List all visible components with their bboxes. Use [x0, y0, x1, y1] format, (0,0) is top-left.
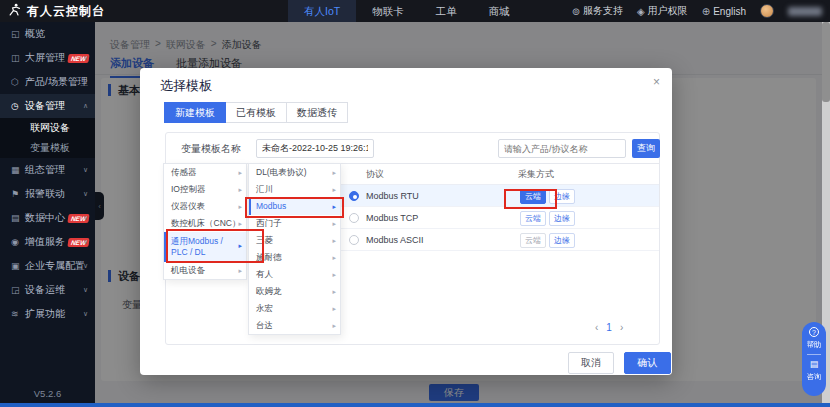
top-nav: 有人IoT 物联卡 工单 商城	[288, 0, 526, 22]
language-switch[interactable]: ⊕ English	[702, 6, 746, 17]
arrow-right-icon: ▸	[332, 181, 336, 198]
nav-item-workorder[interactable]: 工单	[420, 0, 473, 22]
menu-item-usr[interactable]: 有人▸	[249, 266, 340, 283]
table-row-modbus-tcp[interactable]: Modbus TCP 云端 边缘	[340, 207, 659, 229]
protocol-label: Modbus TCP	[366, 207, 418, 229]
sidebar-item-overview[interactable]: ◱ 概览	[0, 22, 95, 46]
edge-mode-button[interactable]: 边缘	[549, 189, 575, 204]
arrow-right-icon: ▸	[238, 240, 242, 251]
radio-icon[interactable]	[349, 235, 359, 245]
nav-item-sim[interactable]: 物联卡	[356, 0, 420, 22]
chevron-down-icon: ∨	[83, 166, 88, 174]
table-row-modbus-ascii[interactable]: Modbus ASCII 云端 边缘	[340, 229, 659, 251]
app-title: 有人云控制台	[27, 3, 105, 20]
menu-item-omron[interactable]: 欧姆龙▸	[249, 283, 340, 300]
sidebar-item-screen-mgmt[interactable]: ◫ 大屏管理 NEW ∨	[0, 46, 95, 70]
doc-icon[interactable]: ▤	[810, 359, 819, 369]
menu-item-label: 有人	[256, 269, 273, 279]
scrollbar-thumb[interactable]	[822, 22, 830, 102]
search-input[interactable]	[498, 139, 626, 158]
edge-mode-button[interactable]: 边缘	[549, 233, 575, 248]
menu-item-fatek[interactable]: 永宏▸	[249, 300, 340, 317]
menu-item-generic-modbus-plc-dl[interactable]: 通用Modbus / PLC / DL▸	[164, 232, 246, 262]
menu-item-modbus[interactable]: Modbus▸	[249, 198, 340, 215]
nav-item-mall[interactable]: 商城	[473, 0, 526, 22]
query-button[interactable]: 查询	[632, 139, 660, 158]
sidebar-item-label: 数据中心	[25, 211, 65, 225]
pagination-next-icon[interactable]: ›	[620, 322, 623, 333]
app-window: 有人云控制台 有人IoT 物联卡 工单 商城 ⊚ 服务支持 ◈ 用户权限 ⊕ E…	[0, 0, 830, 407]
datacenter-icon: ▤	[11, 213, 25, 223]
menu-item-siemens[interactable]: 西门子▸	[249, 215, 340, 232]
radio-selected-icon[interactable]	[349, 191, 359, 201]
cancel-button[interactable]: 取消	[568, 352, 614, 374]
menu-item-sensor[interactable]: 传感器▸	[164, 164, 246, 181]
arrow-right-icon: ▸	[238, 262, 242, 279]
sidebar-item-scada-mgmt[interactable]: ▦ 组态管理 ∨	[0, 158, 95, 182]
menu-item-cnc[interactable]: 数控机床（CNC）▸	[164, 215, 246, 232]
tab-data-passthrough[interactable]: 数据透传	[286, 102, 348, 123]
tab-existing-template[interactable]: 已有模板	[225, 102, 287, 123]
menu-item-schneider[interactable]: 施耐德▸	[249, 249, 340, 266]
widget-divider	[807, 354, 821, 355]
template-name-row: 变量模板名称 查询	[166, 133, 659, 164]
arrow-right-icon: ▸	[332, 164, 336, 181]
sidebar-item-product-mgmt[interactable]: ⬡ 产品/场景管理 ∨	[0, 70, 95, 94]
globe-icon: ⊕	[702, 6, 710, 17]
menu-item-instrument[interactable]: 仪器仪表▸	[164, 198, 246, 215]
menu-item-label: 机电设备	[171, 265, 205, 275]
sidebar-item-enterprise-config[interactable]: ▣ 企业专属配置 ∨	[0, 254, 95, 278]
menu-item-io-controller[interactable]: IO控制器▸	[164, 181, 246, 198]
arrow-right-icon: ▸	[332, 300, 336, 317]
support-link[interactable]: ⊚ 服务支持	[572, 4, 623, 18]
template-name-input[interactable]	[256, 139, 374, 158]
category-menu-level1: 传感器▸ IO控制器▸ 仪器仪表▸ 数控机床（CNC）▸ 通用Modbus / …	[163, 163, 247, 280]
sidebar-subitem-networked-devices[interactable]: 联网设备	[0, 118, 95, 138]
sidebar-item-device-ops[interactable]: ◲ 设备运维 ∨	[0, 278, 95, 302]
consult-label[interactable]: 咨询	[807, 372, 821, 382]
chevron-down-icon: ∨	[83, 190, 88, 198]
table-row-modbus-rtu[interactable]: Modbus RTU 云端 边缘	[340, 185, 659, 207]
chevron-up-icon: ∧	[83, 102, 88, 110]
arrow-right-icon: ▸	[332, 317, 336, 334]
close-icon[interactable]: ×	[653, 75, 660, 89]
ops-icon: ◲	[11, 285, 25, 295]
permissions-link[interactable]: ◈ 用户权限	[637, 4, 688, 18]
menu-item-delta[interactable]: 台达▸	[249, 317, 340, 334]
radio-icon[interactable]	[349, 213, 359, 223]
cloud-mode-button[interactable]: 云端	[520, 211, 546, 226]
arrow-right-icon: ▸	[332, 198, 336, 215]
cloud-mode-button[interactable]: 云端	[520, 189, 546, 204]
pagination-page-1[interactable]: 1	[606, 322, 612, 333]
menu-item-dl-meter[interactable]: DL(电表协议)▸	[249, 164, 340, 181]
menu-item-inovance[interactable]: 汇川▸	[249, 181, 340, 198]
chevron-down-icon: ∨	[83, 214, 88, 222]
category-menu-level2: DL(电表协议)▸ 汇川▸ Modbus▸ 西门子▸ 三菱▸ 施耐德▸ 有人▸ …	[248, 163, 341, 335]
chevron-down-icon: ∨	[83, 262, 88, 270]
sidebar-item-data-center[interactable]: ▤ 数据中心 NEW ∨	[0, 206, 95, 230]
help-label[interactable]: 帮助	[807, 340, 821, 350]
sidebar-item-extensions[interactable]: ≋ 扩展功能 ∨	[0, 302, 95, 326]
help-icon[interactable]: ?	[809, 327, 819, 337]
arrow-right-icon: ▸	[238, 198, 242, 215]
sidebar-item-device-mgmt[interactable]: ◷ 设备管理 ∧	[0, 94, 95, 118]
sidebar-item-alarm-linkage[interactable]: ⚑ 报警联动 ∨	[0, 182, 95, 206]
username-redacted	[788, 7, 822, 16]
nav-item-iot[interactable]: 有人IoT	[288, 0, 356, 22]
sidebar-subitem-variable-templates[interactable]: 变量模板	[0, 138, 95, 158]
avatar[interactable]	[760, 4, 774, 18]
pagination-prev-icon[interactable]: ‹	[595, 322, 598, 333]
select-template-dialog: 选择模板 × 新建模板 已有模板 数据透传 变量模板名称 查询 传感器▸ IO控…	[140, 68, 672, 375]
edge-mode-button[interactable]: 边缘	[549, 211, 575, 226]
menu-item-electromechanical[interactable]: 机电设备▸	[164, 262, 246, 279]
tab-new-template[interactable]: 新建模板	[164, 102, 226, 123]
menu-item-label: 数控机床（CNC）	[171, 218, 240, 228]
arrow-right-icon: ▸	[332, 215, 336, 232]
cloud-mode-button[interactable]: 云端	[520, 233, 546, 248]
menu-item-mitsubishi[interactable]: 三菱▸	[249, 232, 340, 249]
menu-item-label: 传感器	[171, 167, 197, 177]
sidebar-item-value-added[interactable]: ◉ 增值服务 NEW ∨	[0, 230, 95, 254]
extension-icon: ≋	[11, 309, 25, 319]
sidebar: ◱ 概览 ◫ 大屏管理 NEW ∨ ⬡ 产品/场景管理 ∨ ◷ 设备管理 ∧ 联…	[0, 22, 95, 407]
confirm-button[interactable]: 确认	[624, 352, 671, 374]
